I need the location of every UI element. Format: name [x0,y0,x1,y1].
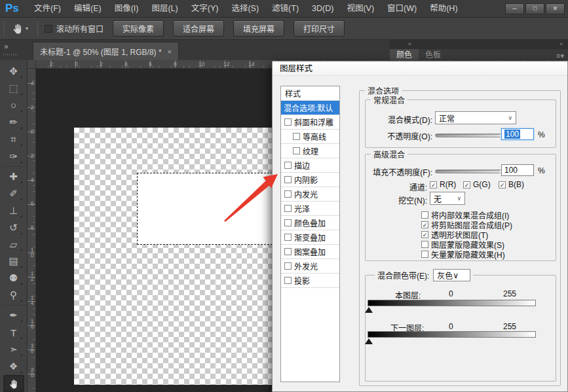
fill-screen-button[interactable]: 填充屏幕 [233,20,284,37]
checkbox[interactable] [284,219,292,226]
path-selection-tool[interactable]: ➣ [3,341,24,358]
tab-overflow-icon[interactable]: » [4,42,9,51]
minimize-button[interactable]: ─ [505,3,524,14]
list-item-gradient-overlay[interactable]: 渐变叠加 [281,230,339,245]
ruler-label: 16 [29,318,35,329]
eyedropper-tool[interactable]: ✑ [3,148,24,165]
type-tool[interactable]: T [3,324,24,341]
this-layer-shadow-slider[interactable] [365,307,373,313]
channel-g-label: G(G) [473,180,491,189]
opacity-input[interactable]: 100 [501,128,534,140]
transparent-canvas[interactable] [74,128,272,385]
list-item-texture[interactable]: 纹理 [281,144,339,158]
history-brush-tool[interactable]: ↺ [3,219,24,236]
list-item-blending-options[interactable]: 混合选项:默认 [281,101,339,115]
maximize-button[interactable]: □ [525,3,544,14]
hand-tool[interactable] [3,375,24,392]
document-tab[interactable]: 未标题-1 @ 50% (图层 1, RGB/8) * × [33,42,179,60]
menu-image[interactable]: 图像(I) [108,0,145,18]
channel-b-checkbox[interactable]: ✓ B(B) [499,180,524,189]
list-item-inner-shadow[interactable]: 内阴影 [281,173,339,187]
type-icon: T [10,327,16,338]
checkbox[interactable] [284,190,292,198]
blur-tool[interactable]: ⚉ [3,270,24,287]
fill-opacity-slider[interactable] [435,169,504,173]
custom-shape-tool[interactable]: ❖ [3,358,24,375]
list-item-bevel-emboss[interactable]: 斜面和浮雕 [281,115,339,130]
scroll-all-windows-checkbox[interactable] [45,25,52,33]
dodge-tool[interactable]: ⚲ [3,287,24,304]
layer-style-dialog: 图层样式 样式 混合选项:默认 斜面和浮雕 等高线 纹理 描边 内阴影 内发光 … [272,61,568,392]
lasso-tool[interactable]: ○ [3,97,24,114]
gradient-tool[interactable]: ▤ [3,253,24,270]
clone-stamp-icon: ⊥ [9,205,18,217]
list-item-drop-shadow[interactable]: 投影 [281,274,339,288]
collapse-panels-left-icon[interactable]: « [408,41,411,47]
menu-window[interactable]: 窗口(W) [381,0,423,18]
menu-help[interactable]: 帮助(H) [423,0,464,18]
menu-select[interactable]: 选择(S) [225,0,265,18]
spot-healing-brush-tool[interactable]: ✚ [3,168,24,185]
tab-color[interactable]: 颜色 [390,48,419,60]
checkbox[interactable] [284,205,292,212]
marquee-icon: ⬚ [9,82,18,94]
ruler-label: 2 [29,104,35,109]
vector-mask-hides-checkbox[interactable]: 矢量蒙版隐藏效果(H) [421,249,505,260]
group-legend: 高级混合 [371,149,407,160]
menu-3d[interactable]: 3D(D) [305,0,340,18]
list-item-color-overlay[interactable]: 颜色叠加 [281,216,339,230]
underlying-highlight-slider[interactable] [530,338,538,344]
blend-mode-label: 混合模式(D): [366,114,432,125]
print-size-button[interactable]: 打印尺寸 [293,20,345,37]
checkbox[interactable] [284,234,292,241]
checkbox[interactable] [284,262,292,270]
opacity-slider[interactable] [435,134,504,137]
list-item-pattern-overlay[interactable]: 图案叠加 [281,245,339,259]
tab-close-icon[interactable]: × [168,48,172,56]
checkbox[interactable] [284,277,292,284]
collapse-panels-right-icon[interactable]: » [559,41,563,47]
blend-mode-select[interactable]: 正常 ∨ [435,111,516,124]
blend-if-channel-select[interactable]: 灰色 ∨ [433,269,470,281]
list-item-inner-glow[interactable]: 内发光 [281,187,339,202]
list-item-outer-glow[interactable]: 外发光 [281,259,339,274]
pen-tool[interactable]: ✒ [3,307,24,324]
tab-swatches[interactable]: 色板 [419,48,447,60]
menu-file[interactable]: 文件(F) [28,0,67,18]
checkbox[interactable] [284,176,292,183]
checkbox[interactable] [284,248,292,255]
checkbox[interactable] [284,118,292,126]
underlying-shadow-slider[interactable] [365,338,373,344]
menu-type[interactable]: 文字(Y) [185,0,225,18]
fill-opacity-label: 填充不透明度(F): [366,166,432,177]
knockout-select[interactable]: 无 ∨ [430,192,465,205]
dialog-title[interactable]: 图层样式 [273,62,567,76]
list-item-satin[interactable]: 光泽 [281,202,339,216]
current-tool-badge[interactable]: ▾ [6,22,33,35]
brush-tool[interactable]: ✐ [3,185,24,202]
list-item-contour[interactable]: 等高线 [281,130,339,144]
divider [37,22,38,36]
channel-r-checkbox[interactable]: ✓ R(R) [430,180,456,189]
fill-opacity-input[interactable]: 100 [501,164,534,176]
menu-layer[interactable]: 图层(L) [145,0,184,18]
checkbox[interactable] [284,162,292,169]
panel-menu-icon[interactable]: ≡▾ [556,52,564,60]
this-layer-highlight-slider[interactable] [530,307,538,313]
checkbox[interactable] [293,147,300,154]
actual-pixels-button[interactable]: 实际像素 [113,20,164,37]
crop-tool[interactable]: ⌗ [3,131,24,148]
eraser-tool[interactable]: ▱ [3,236,24,253]
close-button[interactable]: ✕ [546,3,565,14]
move-tool[interactable]: ✥ [3,63,24,80]
quick-selection-tool[interactable]: ✏ [3,114,24,131]
fit-screen-button[interactable]: 适合屏幕 [173,20,224,37]
list-item-stroke[interactable]: 描边 [281,158,339,173]
clone-stamp-tool[interactable]: ⊥ [3,202,24,219]
channel-g-checkbox[interactable]: ✓ G(G) [463,180,491,189]
menu-filter[interactable]: 滤镜(T) [265,0,305,18]
menu-edit[interactable]: 编辑(E) [67,0,108,18]
checkbox[interactable] [293,133,300,140]
menu-view[interactable]: 视图(V) [340,0,381,18]
rectangular-marquee-tool[interactable]: ⬚ [3,80,24,97]
